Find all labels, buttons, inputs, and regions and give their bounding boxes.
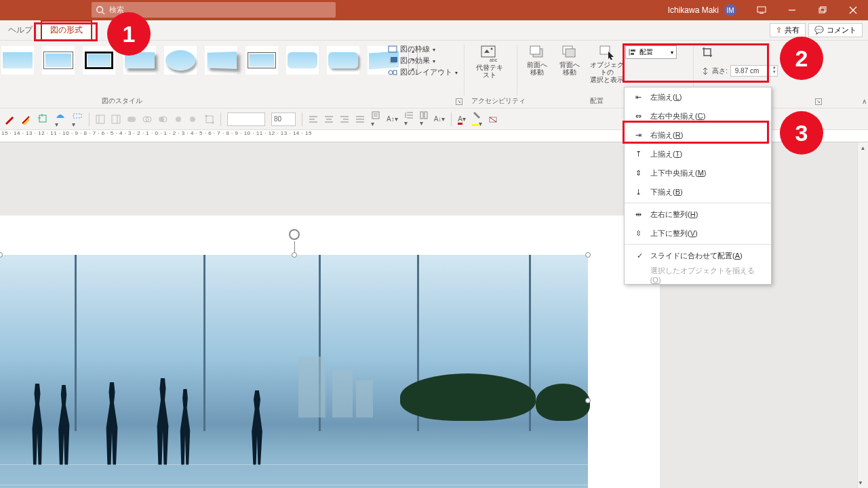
svg-rect-18: [530, 46, 540, 54]
columns-icon[interactable]: ▾: [420, 111, 428, 127]
collapse-ribbon-icon[interactable]: ∧: [862, 98, 867, 105]
svg-rect-27: [96, 115, 104, 123]
svg-point-32: [130, 117, 136, 122]
svg-rect-26: [73, 114, 81, 118]
vertical-align-icon[interactable]: ▾: [371, 110, 380, 127]
pen-icon[interactable]: [4, 114, 15, 125]
crop-button[interactable]: [701, 46, 778, 60]
resize-handle[interactable]: [585, 398, 591, 403]
align-to-slide-item[interactable]: スライドに合わせて配置(A): [625, 246, 771, 265]
svg-rect-5: [819, 8, 825, 13]
table-insert-left-icon[interactable]: [96, 115, 105, 124]
align-left-item[interactable]: ⇤左揃え(L): [625, 87, 771, 106]
svg-point-15: [491, 48, 493, 50]
selected-picture[interactable]: [0, 255, 588, 488]
minimize-button[interactable]: [776, 0, 807, 20]
vertical-scrollbar[interactable]: ▲▼: [857, 142, 868, 488]
svg-rect-29: [112, 115, 120, 123]
line-spacing-icon[interactable]: ▾: [404, 111, 414, 127]
align-right-item[interactable]: ⇥右揃え(R): [625, 125, 771, 144]
bring-forward-button[interactable]: 前面へ 移動: [522, 45, 552, 83]
merge-subtract-icon[interactable]: [189, 115, 199, 124]
share-button[interactable]: ⇪共有: [770, 23, 806, 37]
align-right-icon[interactable]: [340, 115, 349, 123]
height-input[interactable]: 9.87 cm: [730, 65, 778, 77]
tab-picture-format[interactable]: 図の形式: [41, 20, 92, 41]
styles-dialog-launcher[interactable]: ↘: [456, 98, 462, 105]
align-middle-v-item[interactable]: ⇕上下中央揃え(M): [625, 163, 771, 182]
crop-tool-icon[interactable]: [38, 114, 49, 125]
alt-text-button[interactable]: abc 代替テキスト: [475, 45, 505, 79]
svg-rect-42: [420, 112, 423, 119]
font-size-combo[interactable]: 80: [271, 113, 296, 126]
font-color-icon[interactable]: A▾: [458, 115, 466, 123]
shape-fill-icon[interactable]: ▾: [55, 110, 66, 128]
avatar[interactable]: IM: [724, 4, 736, 16]
highlighter-icon[interactable]: [21, 114, 32, 125]
tab-strip: ヘルプ 図の形式 ⇪共有 💬コメント: [0, 20, 868, 41]
merge-union-icon[interactable]: [127, 115, 136, 124]
svg-rect-6: [821, 7, 826, 12]
clear-formatting-icon[interactable]: [488, 115, 498, 124]
picture-effects-button[interactable]: 図の効果▾: [388, 56, 458, 66]
resize-handle[interactable]: [0, 252, 3, 258]
align-selected-objects-item: 選択したオブジェクトを揃える(O): [625, 265, 771, 284]
merge-fragment-icon[interactable]: [158, 115, 167, 124]
edit-points-icon[interactable]: [205, 115, 214, 124]
font-combo[interactable]: [227, 113, 265, 126]
align-dropdown-button[interactable]: 配置▾: [625, 45, 677, 59]
maximize-button[interactable]: [807, 0, 837, 20]
align-top-item[interactable]: ⤒上揃え(T): [625, 144, 771, 163]
merge-intersect-icon[interactable]: [174, 115, 183, 124]
user-name: Ichikawa Maki: [668, 5, 719, 15]
tab-help[interactable]: ヘルプ: [0, 20, 41, 41]
highlight-color-icon[interactable]: ▾: [472, 110, 482, 127]
distribute-h-item[interactable]: ⇹左右に整列(H): [625, 205, 771, 224]
svg-line-1: [102, 12, 105, 14]
close-button[interactable]: [837, 0, 868, 20]
align-left-icon[interactable]: [309, 115, 318, 123]
ribbon-display-options-icon[interactable]: [746, 0, 776, 20]
align-bottom-item[interactable]: ⤓下揃え(B): [625, 182, 771, 201]
svg-point-39: [205, 115, 208, 117]
group-label-accessibility: アクセシビリティ: [471, 96, 526, 106]
height-icon: [701, 67, 709, 75]
svg-rect-20: [566, 49, 575, 57]
align-center-icon[interactable]: [324, 115, 334, 123]
svg-point-0: [97, 6, 103, 12]
align-dropdown-menu: ⇤左揃え(L) ⇔左右中央揃え(C) ⇥右揃え(R) ⤒上揃え(T) ⇕上下中央…: [624, 87, 772, 285]
text-direction-icon[interactable]: A↕▾: [387, 115, 398, 123]
align-justify-icon[interactable]: [355, 115, 365, 123]
picture-styles-gallery[interactable]: ▴▾▾: [0, 46, 418, 75]
svg-rect-21: [600, 46, 610, 54]
group-label-styles: 図のスタイル: [102, 96, 142, 106]
size-dialog-launcher[interactable]: ↘: [815, 98, 822, 105]
svg-point-40: [212, 121, 214, 123]
resize-handle[interactable]: [292, 252, 297, 258]
send-backward-button[interactable]: 背面へ 移動: [555, 45, 585, 83]
resize-handle[interactable]: [585, 252, 591, 258]
svg-rect-41: [372, 112, 379, 119]
merge-combine-icon[interactable]: [142, 115, 152, 124]
picture-layout-button[interactable]: 図のレイアウト▾: [388, 68, 458, 77]
sort-icon[interactable]: A↓▾: [434, 115, 446, 123]
svg-point-12: [389, 70, 393, 75]
align-center-h-item[interactable]: ⇔左右中央揃え(C): [625, 106, 771, 125]
comment-button[interactable]: 💬コメント: [808, 23, 863, 37]
svg-rect-2: [757, 7, 766, 12]
group-label-arrange: 配置: [590, 96, 604, 106]
svg-rect-38: [206, 116, 213, 123]
svg-rect-43: [425, 112, 427, 119]
selection-pane-button[interactable]: オブジェクトの 選択と表示: [587, 45, 627, 83]
shape-outline-icon[interactable]: ▾: [72, 110, 83, 128]
svg-text:abc: abc: [490, 58, 498, 62]
search-placeholder: 検索: [109, 5, 124, 15]
svg-rect-11: [391, 57, 397, 62]
svg-rect-13: [393, 70, 397, 75]
search-box[interactable]: 検索: [92, 2, 336, 18]
svg-rect-3: [760, 13, 764, 14]
rotate-handle-icon[interactable]: [289, 229, 300, 240]
distribute-v-item[interactable]: ⇳上下に整列(V): [625, 224, 771, 243]
picture-border-button[interactable]: 図の枠線▾: [388, 45, 458, 54]
table-insert-right-icon[interactable]: [111, 115, 121, 124]
